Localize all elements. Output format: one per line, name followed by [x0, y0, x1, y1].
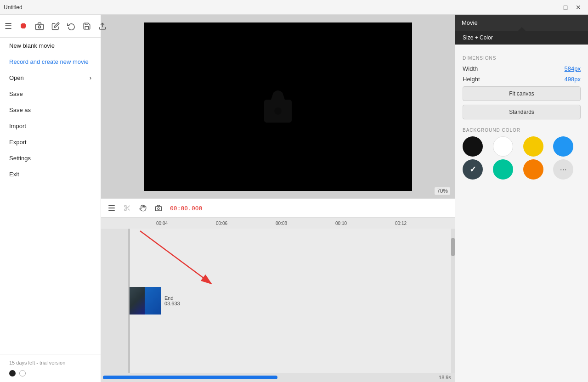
toolbar: ☰ ⏺: [0, 15, 101, 38]
close-button[interactable]: ✕: [572, 2, 584, 13]
height-value[interactable]: 498px: [565, 76, 581, 83]
canvas-area: 70%: [101, 15, 455, 198]
width-value[interactable]: 584px: [565, 65, 581, 72]
color-swatch-orange[interactable]: [523, 159, 543, 180]
playhead-line: [129, 229, 130, 373]
width-row: Width 584px: [463, 65, 581, 72]
timeline-camera-btn[interactable]: [152, 201, 165, 215]
color-swatch-yellow[interactable]: [523, 136, 543, 157]
record-icon[interactable]: ⏺: [19, 20, 28, 33]
right-panel: Movie Size + Color DIMENSIONS Width 584p…: [455, 15, 588, 382]
menu-item-save[interactable]: Save: [0, 86, 101, 102]
app-body: ☰ ⏺: [0, 15, 588, 382]
track-labels: [101, 229, 129, 373]
timeline-scrollbar[interactable]: [451, 229, 455, 373]
window-controls: — □ ✕: [547, 2, 584, 13]
clip-thumb-left: [129, 287, 145, 315]
panel-tab-size-color[interactable]: Size + Color: [455, 31, 588, 45]
height-row: Height 498px: [463, 76, 581, 83]
total-duration: 18.9s: [439, 375, 453, 380]
menu-item-new-blank-movie[interactable]: New blank movie: [0, 38, 101, 54]
ruler-mark-2: 00:08: [276, 221, 335, 226]
bg-color-label: BACKGROUND COLOR: [463, 128, 581, 133]
ruler-mark-3: 00:10: [335, 221, 395, 226]
clip-thumbnail: [129, 287, 161, 315]
svg-line-11: [128, 209, 130, 211]
svg-point-4: [274, 107, 282, 115]
timeline-hand-btn[interactable]: [136, 201, 150, 215]
svg-point-9: [124, 209, 126, 211]
sidebar-menu: ☰ ⏺: [0, 15, 101, 382]
dimensions-label: DIMENSIONS: [463, 56, 581, 61]
camera-icon[interactable]: [35, 20, 44, 33]
color-swatch-more[interactable]: ···: [553, 159, 573, 180]
svg-rect-13: [155, 207, 161, 211]
canvas-preview: [144, 22, 412, 191]
titlebar: Untitled — □ ✕: [0, 0, 588, 15]
pen-icon[interactable]: [51, 20, 60, 33]
color-swatch-blue[interactable]: [553, 136, 573, 157]
clip-end-label: End: [164, 295, 180, 301]
bottom-scrollbar-thumb[interactable]: [103, 376, 277, 379]
timecode: 00:00.000: [170, 205, 202, 212]
sidebar-dots: [9, 370, 91, 376]
timeline-cut-btn[interactable]: [120, 201, 134, 215]
timeline-section: 00:00.000 00:04 00:06 00:08 00:10 00:12 …: [101, 198, 455, 382]
timeline-ruler: 00:04 00:06 00:08 00:10 00:12 00:14 00:1…: [101, 218, 455, 229]
save-icon[interactable]: [83, 20, 91, 33]
bottom-scrollbar-area: 18.9s: [101, 373, 455, 382]
menu-icon[interactable]: ☰: [5, 20, 12, 33]
menu-item-open[interactable]: Open ›: [0, 70, 101, 86]
menu-item-record-new-movie[interactable]: Record and create new movie: [0, 54, 101, 70]
timeline-tracks-container: End 03.633: [101, 229, 455, 373]
width-label: Width: [463, 65, 478, 72]
svg-rect-6: [108, 208, 115, 208]
minimize-button[interactable]: —: [547, 2, 559, 13]
trial-text: 15 days left - trial version: [9, 360, 91, 365]
swatch-check-icon: ✓: [469, 164, 476, 174]
export-icon[interactable]: [98, 20, 107, 33]
dot-empty: [19, 370, 26, 376]
standards-button[interactable]: Standards: [463, 105, 581, 119]
svg-rect-7: [108, 210, 115, 211]
clip-duration: 03.633: [164, 301, 180, 306]
menu-item-settings[interactable]: Settings: [0, 150, 101, 166]
panel-tab-bar: Size + Color: [455, 31, 588, 45]
svg-rect-5: [108, 205, 115, 206]
open-arrow-icon: ›: [90, 74, 91, 81]
color-swatches: ✓ ···: [463, 136, 581, 180]
ruler-mark-0: 00:04: [156, 221, 216, 226]
timeline-tracks: End 03.633: [129, 229, 451, 373]
timeline-list-btn[interactable]: [105, 201, 119, 215]
svg-line-16: [140, 231, 211, 284]
menu-item-exit[interactable]: Exit: [0, 166, 101, 182]
svg-rect-0: [36, 24, 44, 29]
color-swatch-white[interactable]: [493, 136, 513, 157]
menu-item-save-as[interactable]: Save as: [0, 102, 101, 118]
ruler-mark-1: 00:06: [216, 221, 276, 226]
svg-point-8: [124, 205, 126, 207]
ruler-mark-4: 00:12: [395, 221, 455, 226]
watermark-overlay: [250, 84, 305, 129]
menu-item-import[interactable]: Import: [0, 118, 101, 134]
panel-body: DIMENSIONS Width 584px Height 498px Fit …: [455, 45, 588, 382]
svg-point-1: [39, 26, 41, 28]
panel-title: Movie: [462, 19, 478, 26]
clip-thumb-right: [145, 287, 161, 315]
timeline-toolbar: 00:00.000: [101, 198, 455, 218]
menu-item-export[interactable]: Export: [0, 134, 101, 150]
timeline-clip[interactable]: End 03.633: [129, 287, 180, 315]
color-swatch-black[interactable]: [463, 136, 483, 157]
fit-canvas-button[interactable]: Fit canvas: [463, 86, 581, 101]
clip-info: End 03.633: [164, 295, 180, 306]
zoom-badge: 70%: [435, 187, 450, 195]
panel-pointer: [517, 27, 526, 32]
svg-point-14: [158, 208, 159, 209]
dot-filled: [9, 370, 16, 376]
color-swatch-teal[interactable]: [493, 159, 513, 180]
timeline-scrollbar-thumb: [451, 238, 455, 256]
color-swatch-dark-blue[interactable]: ✓: [463, 159, 483, 180]
undo-icon[interactable]: [67, 20, 75, 33]
maximize-button[interactable]: □: [560, 2, 571, 13]
height-label: Height: [463, 76, 480, 83]
